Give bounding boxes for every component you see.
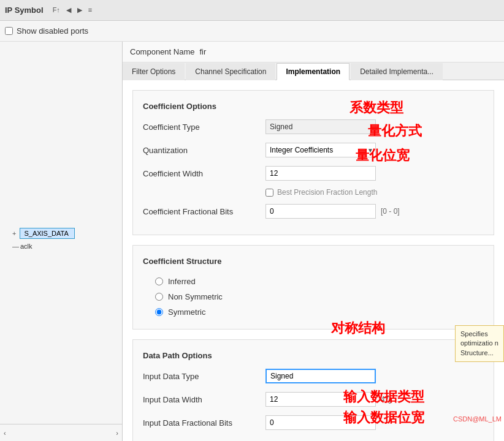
input-data-frac-label: Input Data Fractional Bits: [143, 418, 265, 428]
menu-icon[interactable]: ≡: [86, 5, 94, 15]
coeff-width-row: Coefficient Width: [143, 165, 484, 182]
tab-detailed-impl[interactable]: Detailed Implementa...: [351, 63, 443, 80]
data-path-options-title: Data Path Options: [143, 351, 484, 360]
symmetric-radio-row: Symmetric: [155, 307, 484, 317]
tab-implementation[interactable]: Implementation: [277, 63, 349, 80]
prev-icon[interactable]: ◀: [64, 5, 73, 15]
best-precision-label: Best Precision Fraction Length: [277, 188, 377, 197]
input-data-width-row: Input Data Width 47]: [143, 391, 484, 408]
tabs-row: Filter Options Channel Specification Imp…: [123, 62, 504, 80]
s-axis-data-port[interactable]: S_AXIS_DATA: [20, 228, 75, 239]
coefficient-structure-section: Coefficient Structure Inferred Non Symme…: [132, 245, 494, 330]
component-name-row: Component Name fir: [123, 42, 504, 62]
input-data-type-input[interactable]: [265, 369, 376, 383]
port-aclk: — aclk: [12, 243, 75, 250]
port-s-axis-data: + S_AXIS_DATA: [12, 228, 75, 239]
show-ports-bar: Show disabled ports: [0, 21, 504, 42]
quantization-select-wrapper: Integer Coefficients Quantize Only Maxim…: [265, 143, 376, 157]
input-data-type-label: Input Data Type: [143, 372, 265, 381]
symmetric-radio[interactable]: [155, 308, 163, 316]
coeff-frac-bits-input[interactable]: [265, 204, 376, 219]
input-data-frac-input[interactable]: [265, 415, 376, 430]
component-diagram: + S_AXIS_DATA — aclk: [12, 228, 75, 250]
fi-icon[interactable]: F↑: [51, 5, 62, 15]
quantization-select[interactable]: Integer Coefficients Quantize Only Maxim…: [265, 143, 376, 157]
component-block: + S_AXIS_DATA — aclk: [0, 42, 122, 424]
structure-radio-group: Inferred Non Symmetric Symmetric: [143, 273, 484, 320]
input-data-width-input[interactable]: [265, 392, 376, 407]
component-name-label: Component Name: [130, 47, 195, 56]
input-data-frac-row: Input Data Fractional Bits: [143, 414, 484, 431]
app-title: IP Symbol: [5, 6, 44, 15]
left-panel: + S_AXIS_DATA — aclk ‹ ›: [0, 42, 123, 441]
best-precision-row: Best Precision Fraction Length: [265, 188, 484, 197]
input-data-width-label: Input Data Width: [143, 395, 265, 404]
component-name-value: fir: [200, 47, 207, 56]
coeff-frac-bits-range: [0 - 0]: [381, 207, 400, 216]
data-path-options-section: Data Path Options Input Data Type Input …: [132, 339, 494, 441]
left-bottom-bar: ‹ ›: [0, 424, 122, 441]
symmetric-label: Symmetric: [168, 307, 205, 317]
show-disabled-ports-label: Show disabled ports: [17, 26, 88, 36]
inferred-radio[interactable]: [155, 277, 163, 285]
content-area: Coefficient Options Coefficient Type Sig…: [123, 80, 504, 441]
coeff-width-label: Coefficient Width: [143, 169, 265, 178]
nav-right-arrow[interactable]: ›: [116, 429, 118, 437]
next-icon[interactable]: ▶: [75, 5, 84, 15]
coeff-type-value: Signed: [265, 119, 376, 134]
inferred-radio-row: Inferred: [155, 277, 484, 286]
quantization-label: Quantization: [143, 146, 265, 155]
input-data-width-range: 47]: [381, 395, 391, 404]
tooltip-text: Specifies optimizatio n Structure...: [460, 330, 498, 356]
coeff-frac-bits-label: Coefficient Fractional Bits: [143, 207, 265, 216]
coefficient-options-title: Coefficient Options: [143, 102, 484, 111]
coefficient-options-section: Coefficient Options Coefficient Type Sig…: [132, 90, 494, 235]
nav-left-arrow[interactable]: ‹: [4, 429, 6, 437]
quantization-row: Quantization Integer Coefficients Quanti…: [143, 141, 484, 159]
main-layout: + S_AXIS_DATA — aclk ‹ › Component Name …: [0, 42, 504, 441]
tab-channel-spec[interactable]: Channel Specification: [186, 63, 275, 80]
top-bar-icons: F↑ ◀ ▶ ≡: [51, 5, 94, 15]
coeff-frac-bits-row: Coefficient Fractional Bits [0 - 0]: [143, 203, 484, 220]
non-symmetric-label: Non Symmetric: [168, 292, 223, 301]
show-disabled-ports-checkbox[interactable]: [5, 27, 13, 35]
coeff-type-label: Coefficient Type: [143, 123, 265, 132]
aclk-label: aclk: [20, 243, 32, 250]
non-symmetric-radio-row: Non Symmetric: [155, 292, 484, 301]
coeff-width-input[interactable]: [265, 166, 376, 181]
right-panel: Component Name fir Filter Options Channe…: [123, 42, 504, 441]
inferred-label: Inferred: [168, 277, 196, 286]
coefficient-structure-title: Coefficient Structure: [143, 257, 484, 266]
input-data-type-row: Input Data Type: [143, 368, 484, 385]
non-symmetric-radio[interactable]: [155, 293, 163, 301]
coeff-type-row: Coefficient Type Signed: [143, 118, 484, 135]
top-bar: IP Symbol F↑ ◀ ▶ ≡: [0, 0, 504, 21]
best-precision-checkbox[interactable]: [265, 189, 273, 197]
tab-filter-options[interactable]: Filter Options: [123, 63, 185, 80]
tooltip-box: Specifies optimizatio n Structure...: [455, 325, 504, 362]
